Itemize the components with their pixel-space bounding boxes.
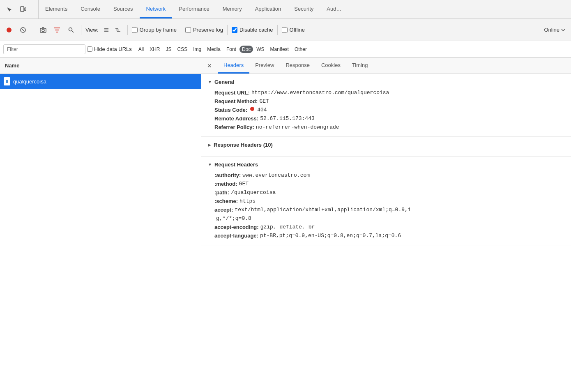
request-url-row: Request URL: https://www.evertoncastro.c… [208,88,564,97]
request-headers-body: :authority: www.evertoncastro.com :metho… [208,171,564,240]
tab-sources[interactable]: Sources [107,0,140,18]
tab-headers[interactable]: Headers [218,58,249,74]
scheme-key: :scheme: [214,198,238,204]
toolbar: View: Group by frame Preserve log Disabl… [0,19,571,41]
filter-other[interactable]: Other [292,46,309,53]
list-item[interactable]: qualquercoisa [0,74,201,89]
tab-preview[interactable]: Preview [249,58,280,74]
accept-key: accept: [214,207,233,213]
group-by-frame-label[interactable]: Group by frame [140,27,177,33]
filter-ws[interactable]: WS [254,46,267,53]
tab-response[interactable]: Response [280,58,315,74]
authority-val: www.evertoncastro.com [242,172,310,178]
offline-label[interactable]: Offline [290,27,305,33]
group-by-frame-checkbox[interactable] [132,27,138,33]
status-code-row: Status Code: 404 [208,106,564,114]
request-method-val: GET [259,98,269,104]
tree-view-button[interactable] [113,25,123,35]
tab-application[interactable]: Application [249,0,288,18]
list-view-button[interactable] [101,25,112,35]
tab-memory[interactable]: Memory [216,0,249,18]
accept-continued-val: g,*/*;q=0.8 [216,215,251,221]
devtools-icons [0,0,39,18]
general-section: ▼ General Request URL: https://www.evert… [201,74,571,137]
filter-img[interactable]: Img [191,46,204,53]
filter-button[interactable] [51,24,63,36]
response-headers-section: ▶ Response Headers (10) [201,137,571,157]
device-icon[interactable] [17,4,29,15]
disable-cache-checkbox[interactable] [232,27,237,33]
filter-font[interactable]: Font [224,46,239,53]
offline-checkbox[interactable] [282,27,288,33]
tab-audits[interactable]: Aud… [320,0,348,18]
svg-point-2 [7,28,12,32]
online-label: Online [544,27,559,33]
accept-encoding-key: accept-encoding: [214,224,259,230]
svg-rect-15 [6,80,8,83]
general-section-header[interactable]: ▼ General [208,79,564,85]
filter-type-buttons: All XHR JS CSS Img Media Font Doc WS Man… [136,46,309,53]
offline-group: Offline [282,27,305,33]
tab-security[interactable]: Security [288,0,320,18]
filter-manifest[interactable]: Manifest [268,46,291,53]
disable-cache-group: Disable cache [232,27,273,33]
method-val: GET [239,181,249,187]
filter-css[interactable]: CSS [175,46,190,53]
filter-all[interactable]: All [136,46,146,53]
path-val: /qualquercoisa [231,189,276,196]
response-headers-title: Response Headers (10) [214,142,273,148]
tab-performance[interactable]: Performance [172,0,216,18]
preserve-log-checkbox[interactable] [185,27,191,33]
referrer-policy-val: no-referrer-when-downgrade [256,124,339,130]
cursor-icon[interactable] [3,4,15,15]
hide-data-urls-checkbox[interactable] [87,46,92,52]
request-headers-section-header[interactable]: ▼ Request Headers [208,161,564,168]
file-list-panel: Name qualquercoisa [0,58,201,392]
remote-address-row: Remote Address: 52.67.115.173:443 [208,114,564,123]
document-icon [5,79,9,83]
request-headers-title: Request Headers [214,161,258,168]
filter-doc[interactable]: Doc [239,46,253,53]
record-button[interactable] [3,24,15,36]
online-select[interactable]: Online [541,26,568,34]
tab-network[interactable]: Network [140,0,173,18]
tab-timing[interactable]: Timing [346,58,374,74]
svg-rect-1 [25,8,26,11]
file-name: qualquercoisa [13,78,46,85]
view-buttons [101,25,123,35]
filter-bar: Hide data URLs All XHR JS CSS Img Media … [0,41,571,58]
preserve-log-label[interactable]: Preserve log [193,27,223,33]
tab-cookies[interactable]: Cookies [315,58,346,74]
tab-console[interactable]: Console [74,0,107,18]
filter-media[interactable]: Media [205,46,223,53]
hide-data-urls-group: Hide data URLs [87,46,132,52]
file-list-body: qualquercoisa [0,74,201,392]
svg-rect-0 [21,7,24,12]
scheme-row: :scheme: https [208,197,564,205]
authority-row: :authority: www.evertoncastro.com [208,171,564,180]
disable-cache-label[interactable]: Disable cache [239,27,273,33]
tab-elements[interactable]: Elements [39,0,74,18]
close-detail-button[interactable]: ✕ [205,61,214,71]
search-button[interactable] [65,24,77,36]
collapse-triangle-request: ▼ [208,162,212,167]
authority-key: :authority: [214,172,241,178]
status-code-val: 404 [257,107,267,113]
accept-language-key: accept-language: [214,233,258,239]
accept-encoding-row: accept-encoding: gzip, deflate, br [208,223,564,231]
file-icon [3,78,11,85]
toolbar-divider-1 [33,25,33,35]
camera-button[interactable] [37,24,49,36]
filter-input[interactable] [3,44,85,54]
filter-xhr[interactable]: XHR [147,46,162,53]
svg-point-6 [42,29,44,32]
stop-button[interactable] [17,24,29,36]
hide-data-urls-label[interactable]: Hide data URLs [94,46,132,52]
detail-panel: ✕ Headers Preview Response Cookies Timin… [201,58,571,392]
group-by-frame-group: Group by frame [132,27,177,33]
accept-language-val: pt-BR,pt;q=0.9,en-US;q=0.8,en;q=0.7,la;q… [260,233,401,239]
accept-row: accept: text/html,application/xhtml+xml,… [208,205,564,214]
response-headers-section-header[interactable]: ▶ Response Headers (10) [208,142,564,148]
remote-address-val: 52.67.115.173:443 [260,115,315,122]
filter-js[interactable]: JS [163,46,174,53]
